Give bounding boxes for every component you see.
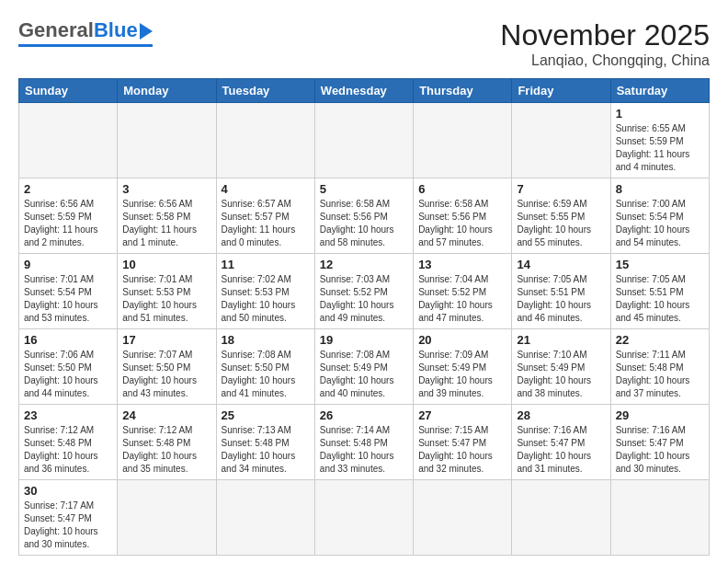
weekday-header-sunday: Sunday — [19, 79, 118, 103]
day-info: Sunrise: 7:00 AM Sunset: 5:54 PM Dayligh… — [616, 198, 704, 249]
calendar-cell — [118, 480, 216, 556]
calendar-cell: 27Sunrise: 7:15 AM Sunset: 5:47 PM Dayli… — [414, 405, 512, 480]
day-number: 1 — [616, 107, 704, 121]
calendar-cell — [118, 103, 216, 178]
calendar-cell: 13Sunrise: 7:04 AM Sunset: 5:52 PM Dayli… — [414, 254, 512, 329]
calendar-cell: 17Sunrise: 7:07 AM Sunset: 5:50 PM Dayli… — [118, 329, 216, 405]
weekday-header-wednesday: Wednesday — [314, 79, 413, 103]
day-number: 26 — [320, 408, 408, 422]
calendar-cell — [314, 103, 413, 178]
calendar-cell: 25Sunrise: 7:13 AM Sunset: 5:48 PM Dayli… — [216, 405, 314, 480]
calendar-cell — [512, 480, 610, 556]
calendar-cell — [314, 480, 413, 556]
calendar-cell — [19, 103, 118, 178]
calendar-cell: 1Sunrise: 6:55 AM Sunset: 5:59 PM Daylig… — [610, 103, 709, 178]
calendar-cell — [216, 103, 314, 178]
calendar-cell: 5Sunrise: 6:58 AM Sunset: 5:56 PM Daylig… — [314, 178, 413, 254]
day-number: 6 — [418, 182, 506, 196]
day-number: 19 — [320, 333, 408, 347]
calendar-subtitle: Lanqiao, Chongqing, China — [500, 52, 710, 69]
calendar-table: SundayMondayTuesdayWednesdayThursdayFrid… — [18, 78, 710, 556]
day-number: 2 — [24, 182, 112, 196]
weekday-header-friday: Friday — [512, 79, 610, 103]
day-info: Sunrise: 7:12 AM Sunset: 5:48 PM Dayligh… — [122, 424, 210, 476]
calendar-cell — [216, 480, 314, 556]
day-info: Sunrise: 7:13 AM Sunset: 5:48 PM Dayligh… — [222, 424, 310, 476]
day-number: 25 — [222, 408, 310, 422]
day-info: Sunrise: 7:12 AM Sunset: 5:48 PM Dayligh… — [24, 424, 112, 476]
day-number: 7 — [517, 182, 605, 196]
day-number: 24 — [122, 408, 210, 422]
calendar-cell: 18Sunrise: 7:08 AM Sunset: 5:50 PM Dayli… — [216, 329, 314, 405]
calendar-cell: 6Sunrise: 6:58 AM Sunset: 5:56 PM Daylig… — [414, 178, 512, 254]
day-number: 3 — [122, 182, 210, 196]
week-row-4: 23Sunrise: 7:12 AM Sunset: 5:48 PM Dayli… — [19, 405, 710, 480]
page-header: General Blue November 2025 Lanqiao, Chon… — [18, 18, 710, 69]
day-number: 14 — [517, 258, 605, 271]
logo-general: General — [18, 18, 94, 42]
day-info: Sunrise: 7:15 AM Sunset: 5:47 PM Dayligh… — [418, 424, 506, 476]
day-info: Sunrise: 6:58 AM Sunset: 5:56 PM Dayligh… — [320, 198, 408, 249]
day-number: 12 — [320, 258, 408, 271]
weekday-header-saturday: Saturday — [610, 79, 709, 103]
day-number: 13 — [418, 258, 506, 271]
calendar-cell: 19Sunrise: 7:08 AM Sunset: 5:49 PM Dayli… — [314, 329, 413, 405]
day-number: 20 — [418, 333, 506, 347]
day-number: 5 — [320, 182, 408, 196]
day-info: Sunrise: 6:57 AM Sunset: 5:57 PM Dayligh… — [222, 198, 310, 249]
day-number: 11 — [222, 258, 310, 271]
calendar-cell — [512, 103, 610, 178]
calendar-cell: 12Sunrise: 7:03 AM Sunset: 5:52 PM Dayli… — [314, 254, 413, 329]
day-info: Sunrise: 7:01 AM Sunset: 5:53 PM Dayligh… — [122, 273, 210, 325]
day-info: Sunrise: 6:56 AM Sunset: 5:59 PM Dayligh… — [24, 198, 112, 249]
calendar-title: November 2025 — [500, 18, 710, 52]
day-info: Sunrise: 7:09 AM Sunset: 5:49 PM Dayligh… — [418, 349, 506, 400]
calendar-cell: 29Sunrise: 7:16 AM Sunset: 5:47 PM Dayli… — [610, 405, 709, 480]
day-number: 18 — [222, 333, 310, 347]
day-number: 9 — [24, 258, 112, 271]
calendar-cell: 21Sunrise: 7:10 AM Sunset: 5:49 PM Dayli… — [512, 329, 610, 405]
logo: General Blue — [18, 18, 153, 47]
calendar-cell — [414, 103, 512, 178]
calendar-cell: 4Sunrise: 6:57 AM Sunset: 5:57 PM Daylig… — [216, 178, 314, 254]
day-info: Sunrise: 7:02 AM Sunset: 5:53 PM Dayligh… — [222, 273, 310, 325]
day-info: Sunrise: 7:16 AM Sunset: 5:47 PM Dayligh… — [517, 424, 605, 476]
day-info: Sunrise: 7:08 AM Sunset: 5:49 PM Dayligh… — [320, 349, 408, 400]
day-info: Sunrise: 7:17 AM Sunset: 5:47 PM Dayligh… — [24, 500, 112, 551]
week-row-2: 9Sunrise: 7:01 AM Sunset: 5:54 PM Daylig… — [19, 254, 710, 329]
day-number: 23 — [24, 408, 112, 422]
day-info: Sunrise: 6:59 AM Sunset: 5:55 PM Dayligh… — [517, 198, 605, 249]
calendar-cell — [610, 480, 709, 556]
calendar-cell: 20Sunrise: 7:09 AM Sunset: 5:49 PM Dayli… — [414, 329, 512, 405]
day-info: Sunrise: 7:05 AM Sunset: 5:51 PM Dayligh… — [616, 273, 704, 325]
calendar-cell: 30Sunrise: 7:17 AM Sunset: 5:47 PM Dayli… — [19, 480, 118, 556]
calendar-cell: 2Sunrise: 6:56 AM Sunset: 5:59 PM Daylig… — [19, 178, 118, 254]
calendar-cell: 28Sunrise: 7:16 AM Sunset: 5:47 PM Dayli… — [512, 405, 610, 480]
calendar-cell: 9Sunrise: 7:01 AM Sunset: 5:54 PM Daylig… — [19, 254, 118, 329]
weekday-header-row: SundayMondayTuesdayWednesdayThursdayFrid… — [19, 79, 710, 103]
day-number: 16 — [24, 333, 112, 347]
day-info: Sunrise: 6:55 AM Sunset: 5:59 PM Dayligh… — [616, 122, 704, 174]
calendar-cell: 3Sunrise: 6:56 AM Sunset: 5:58 PM Daylig… — [118, 178, 216, 254]
day-info: Sunrise: 7:08 AM Sunset: 5:50 PM Dayligh… — [222, 349, 310, 400]
day-number: 15 — [616, 258, 704, 271]
week-row-5: 30Sunrise: 7:17 AM Sunset: 5:47 PM Dayli… — [19, 480, 710, 556]
day-number: 27 — [418, 408, 506, 422]
day-info: Sunrise: 7:11 AM Sunset: 5:48 PM Dayligh… — [616, 349, 704, 400]
calendar-cell: 16Sunrise: 7:06 AM Sunset: 5:50 PM Dayli… — [19, 329, 118, 405]
calendar-cell: 26Sunrise: 7:14 AM Sunset: 5:48 PM Dayli… — [314, 405, 413, 480]
weekday-header-tuesday: Tuesday — [216, 79, 314, 103]
calendar-cell: 24Sunrise: 7:12 AM Sunset: 5:48 PM Dayli… — [118, 405, 216, 480]
week-row-0: 1Sunrise: 6:55 AM Sunset: 5:59 PM Daylig… — [19, 103, 710, 178]
calendar-cell — [414, 480, 512, 556]
week-row-3: 16Sunrise: 7:06 AM Sunset: 5:50 PM Dayli… — [19, 329, 710, 405]
day-number: 4 — [222, 182, 310, 196]
day-number: 17 — [122, 333, 210, 347]
calendar-cell: 15Sunrise: 7:05 AM Sunset: 5:51 PM Dayli… — [610, 254, 709, 329]
day-info: Sunrise: 7:14 AM Sunset: 5:48 PM Dayligh… — [320, 424, 408, 476]
weekday-header-monday: Monday — [118, 79, 216, 103]
day-number: 10 — [122, 258, 210, 271]
day-info: Sunrise: 7:07 AM Sunset: 5:50 PM Dayligh… — [122, 349, 210, 400]
calendar-cell: 8Sunrise: 7:00 AM Sunset: 5:54 PM Daylig… — [610, 178, 709, 254]
day-number: 8 — [616, 182, 704, 196]
